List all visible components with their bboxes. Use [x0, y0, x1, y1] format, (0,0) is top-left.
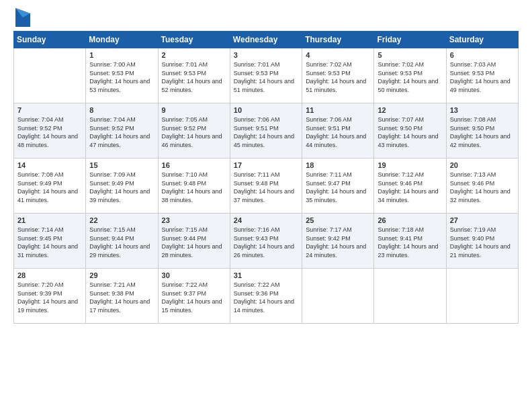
day-info: Sunrise: 7:06 AMSunset: 9:51 PMDaylight:… — [234, 116, 298, 149]
page: SundayMondayTuesdayWednesdayThursdayFrid… — [0, 0, 532, 411]
calendar-cell: 8Sunrise: 7:04 AMSunset: 9:52 PMDaylight… — [86, 103, 158, 158]
day-number: 16 — [162, 161, 226, 169]
calendar-cell: 2Sunrise: 7:01 AMSunset: 9:53 PMDaylight… — [158, 48, 230, 103]
calendar-cell: 25Sunrise: 7:17 AMSunset: 9:42 PMDayligh… — [302, 214, 374, 269]
calendar-week-row: 14Sunrise: 7:08 AMSunset: 9:49 PMDayligh… — [14, 158, 519, 214]
day-number: 7 — [17, 106, 82, 114]
calendar-cell: 10Sunrise: 7:06 AMSunset: 9:51 PMDayligh… — [230, 103, 302, 158]
day-number: 8 — [89, 106, 154, 114]
calendar-cell: 5Sunrise: 7:02 AMSunset: 9:53 PMDaylight… — [374, 48, 446, 103]
day-number: 14 — [17, 161, 82, 169]
day-number: 21 — [17, 216, 82, 224]
day-number: 30 — [162, 271, 226, 279]
calendar-cell: 27Sunrise: 7:19 AMSunset: 9:40 PMDayligh… — [446, 214, 518, 269]
calendar-cell: 31Sunrise: 7:22 AMSunset: 9:36 PMDayligh… — [230, 269, 302, 324]
day-info: Sunrise: 7:17 AMSunset: 9:42 PMDaylight:… — [306, 226, 370, 259]
day-number: 25 — [306, 216, 370, 224]
calendar-cell: 22Sunrise: 7:15 AMSunset: 9:44 PMDayligh… — [86, 214, 158, 269]
day-number: 26 — [378, 216, 442, 224]
calendar-week-row: 7Sunrise: 7:04 AMSunset: 9:52 PMDaylight… — [14, 103, 519, 158]
calendar-cell: 21Sunrise: 7:14 AMSunset: 9:45 PMDayligh… — [14, 214, 86, 269]
day-info: Sunrise: 7:08 AMSunset: 9:49 PMDaylight:… — [17, 171, 82, 204]
day-info: Sunrise: 7:11 AMSunset: 9:47 PMDaylight:… — [306, 171, 370, 204]
day-info: Sunrise: 7:22 AMSunset: 9:36 PMDaylight:… — [234, 281, 298, 314]
day-number: 28 — [17, 271, 82, 279]
header — [13, 11, 519, 27]
day-number: 13 — [450, 106, 515, 114]
day-number: 5 — [378, 51, 442, 59]
day-info: Sunrise: 7:03 AMSunset: 9:53 PMDaylight:… — [450, 60, 515, 94]
day-number: 24 — [234, 216, 298, 224]
calendar-header-monday: Monday — [86, 32, 158, 48]
day-number: 18 — [306, 161, 370, 169]
day-info: Sunrise: 7:15 AMSunset: 9:44 PMDaylight:… — [162, 226, 226, 259]
day-number: 2 — [162, 51, 226, 59]
calendar-cell: 13Sunrise: 7:08 AMSunset: 9:50 PMDayligh… — [446, 103, 518, 158]
day-info: Sunrise: 7:06 AMSunset: 9:51 PMDaylight:… — [306, 116, 370, 149]
calendar-week-row: 28Sunrise: 7:20 AMSunset: 9:39 PMDayligh… — [14, 269, 519, 324]
logo — [13, 11, 30, 27]
calendar-cell: 7Sunrise: 7:04 AMSunset: 9:52 PMDaylight… — [14, 103, 86, 158]
calendar-header-thursday: Thursday — [302, 32, 374, 48]
calendar-header-friday: Friday — [374, 32, 446, 48]
day-info: Sunrise: 7:22 AMSunset: 9:37 PMDaylight:… — [162, 281, 226, 314]
calendar-cell — [14, 48, 86, 103]
day-info: Sunrise: 7:14 AMSunset: 9:45 PMDaylight:… — [17, 226, 82, 259]
calendar-cell: 9Sunrise: 7:05 AMSunset: 9:52 PMDaylight… — [158, 103, 230, 158]
day-info: Sunrise: 7:16 AMSunset: 9:43 PMDaylight:… — [234, 226, 298, 259]
calendar-cell: 11Sunrise: 7:06 AMSunset: 9:51 PMDayligh… — [302, 103, 374, 158]
day-number: 27 — [450, 216, 515, 224]
day-number: 17 — [234, 161, 298, 169]
day-info: Sunrise: 7:11 AMSunset: 9:48 PMDaylight:… — [234, 171, 298, 204]
calendar-cell: 28Sunrise: 7:20 AMSunset: 9:39 PMDayligh… — [14, 269, 86, 324]
calendar-cell: 23Sunrise: 7:15 AMSunset: 9:44 PMDayligh… — [158, 214, 230, 269]
calendar-cell: 26Sunrise: 7:18 AMSunset: 9:41 PMDayligh… — [374, 214, 446, 269]
day-number: 23 — [162, 216, 226, 224]
day-number: 6 — [450, 51, 515, 59]
day-number: 22 — [89, 216, 154, 224]
calendar-header-tuesday: Tuesday — [158, 32, 230, 48]
calendar-cell: 4Sunrise: 7:02 AMSunset: 9:53 PMDaylight… — [302, 48, 374, 103]
calendar-cell: 18Sunrise: 7:11 AMSunset: 9:47 PMDayligh… — [302, 158, 374, 214]
day-number: 4 — [306, 51, 370, 59]
day-info: Sunrise: 7:05 AMSunset: 9:52 PMDaylight:… — [162, 116, 226, 149]
day-info: Sunrise: 7:20 AMSunset: 9:39 PMDaylight:… — [17, 281, 82, 314]
day-info: Sunrise: 7:13 AMSunset: 9:46 PMDaylight:… — [450, 171, 515, 204]
calendar-cell — [446, 269, 518, 324]
day-info: Sunrise: 7:02 AMSunset: 9:53 PMDaylight:… — [306, 60, 370, 94]
calendar-header-wednesday: Wednesday — [230, 32, 302, 48]
day-info: Sunrise: 7:19 AMSunset: 9:40 PMDaylight:… — [450, 226, 515, 259]
calendar-cell: 12Sunrise: 7:07 AMSunset: 9:50 PMDayligh… — [374, 103, 446, 158]
day-number: 20 — [450, 161, 515, 169]
day-number: 12 — [378, 106, 442, 114]
day-info: Sunrise: 7:01 AMSunset: 9:53 PMDaylight:… — [162, 60, 226, 94]
day-number: 29 — [89, 271, 154, 279]
calendar-cell: 3Sunrise: 7:01 AMSunset: 9:53 PMDaylight… — [230, 48, 302, 103]
calendar-cell: 17Sunrise: 7:11 AMSunset: 9:48 PMDayligh… — [230, 158, 302, 214]
day-info: Sunrise: 7:18 AMSunset: 9:41 PMDaylight:… — [378, 226, 442, 259]
day-number: 3 — [234, 51, 298, 59]
calendar-cell — [374, 269, 446, 324]
day-number: 19 — [378, 161, 442, 169]
day-info: Sunrise: 7:04 AMSunset: 9:52 PMDaylight:… — [89, 116, 154, 149]
calendar-cell: 1Sunrise: 7:00 AMSunset: 9:53 PMDaylight… — [86, 48, 158, 103]
calendar-cell: 20Sunrise: 7:13 AMSunset: 9:46 PMDayligh… — [446, 158, 518, 214]
calendar-header-row: SundayMondayTuesdayWednesdayThursdayFrid… — [14, 32, 519, 48]
calendar-header-sunday: Sunday — [14, 32, 86, 48]
day-info: Sunrise: 7:08 AMSunset: 9:50 PMDaylight:… — [450, 116, 515, 149]
calendar-header-saturday: Saturday — [446, 32, 518, 48]
day-info: Sunrise: 7:10 AMSunset: 9:48 PMDaylight:… — [162, 171, 226, 204]
calendar-week-row: 21Sunrise: 7:14 AMSunset: 9:45 PMDayligh… — [14, 214, 519, 269]
calendar-week-row: 1Sunrise: 7:00 AMSunset: 9:53 PMDaylight… — [14, 48, 519, 103]
day-number: 15 — [89, 161, 154, 169]
day-number: 1 — [89, 51, 154, 59]
calendar-cell: 29Sunrise: 7:21 AMSunset: 9:38 PMDayligh… — [86, 269, 158, 324]
day-info: Sunrise: 7:21 AMSunset: 9:38 PMDaylight:… — [89, 281, 154, 314]
logo-icon — [15, 8, 30, 27]
day-number: 10 — [234, 106, 298, 114]
calendar-cell: 14Sunrise: 7:08 AMSunset: 9:49 PMDayligh… — [14, 158, 86, 214]
day-info: Sunrise: 7:02 AMSunset: 9:53 PMDaylight:… — [378, 60, 442, 94]
calendar-cell: 30Sunrise: 7:22 AMSunset: 9:37 PMDayligh… — [158, 269, 230, 324]
day-info: Sunrise: 7:00 AMSunset: 9:53 PMDaylight:… — [89, 60, 154, 94]
day-info: Sunrise: 7:07 AMSunset: 9:50 PMDaylight:… — [378, 116, 442, 149]
